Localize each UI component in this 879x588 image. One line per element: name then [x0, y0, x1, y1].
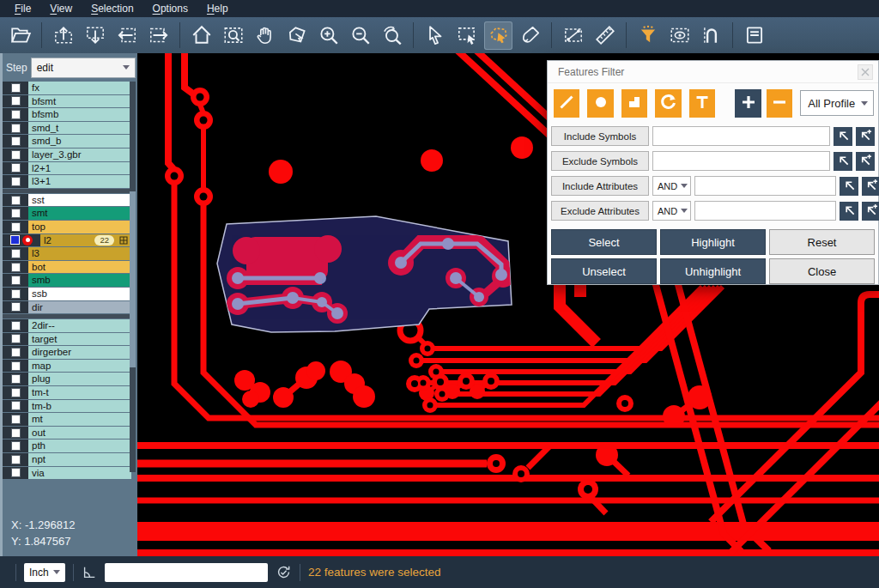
layer-row-l2[interactable]: l222	[3, 234, 131, 247]
pan-right-button[interactable]	[144, 21, 173, 50]
layer-visibility-checkbox[interactable]	[11, 388, 21, 397]
layer-visibility-checkbox[interactable]	[11, 401, 21, 410]
layer-name-cell[interactable]: mt	[28, 413, 131, 426]
measure-distance-button[interactable]	[559, 21, 587, 50]
layer-row-l3[interactable]: l3	[3, 247, 131, 260]
filter-surface-button[interactable]	[621, 89, 647, 118]
layer-row-smd-b[interactable]: smd_b	[3, 135, 131, 148]
include-symbols-input[interactable]	[652, 126, 830, 146]
close-icon[interactable]	[858, 64, 873, 80]
include-attributes-button[interactable]: Include Attributes	[551, 176, 649, 196]
layer-name-cell[interactable]: bfsmb	[28, 108, 131, 121]
menu-selection[interactable]: Selection	[82, 1, 142, 17]
layer-row-target[interactable]: target	[3, 333, 131, 346]
include-attributes-input[interactable]	[694, 176, 836, 196]
zoom-window-button[interactable]	[219, 21, 247, 50]
layer-name-cell[interactable]: l3+1	[28, 175, 131, 188]
close-button[interactable]: Close	[769, 258, 875, 284]
features-filter-button[interactable]	[633, 21, 662, 50]
layer-visibility-checkbox[interactable]	[11, 441, 21, 451]
zoom-polygon-button[interactable]	[282, 21, 311, 50]
layer-visibility-checkbox[interactable]	[11, 96, 21, 106]
layer-row-via[interactable]: via	[3, 467, 131, 480]
layer-name-cell[interactable]: plug	[28, 373, 131, 385]
layer-row-map[interactable]: map	[3, 360, 131, 373]
filter-line-button[interactable]	[554, 89, 579, 118]
filter-minus-button[interactable]	[767, 89, 792, 118]
zoom-previous-button[interactable]	[378, 21, 406, 50]
grid-icon[interactable]	[119, 236, 128, 245]
layer-row-bfsmb[interactable]: bfsmb	[3, 108, 131, 121]
layer-row-npt[interactable]: npt	[3, 453, 131, 466]
layer-name-cell[interactable]: npt	[28, 453, 131, 466]
layer-visibility-checkbox[interactable]	[11, 374, 21, 384]
layer-row-smb[interactable]: smb	[3, 274, 131, 287]
selection-polygon[interactable]	[217, 216, 514, 332]
step-select[interactable]: edit	[31, 58, 136, 78]
layer-row-fx[interactable]: fx	[3, 82, 131, 94]
exclude-symbols-input[interactable]	[652, 151, 830, 171]
layer-row-dir[interactable]: dir	[3, 301, 131, 314]
layer-name-cell[interactable]: l3	[28, 247, 131, 260]
layer-name-cell[interactable]: l222	[40, 234, 131, 247]
layer-visibility-checkbox[interactable]	[11, 83, 21, 93]
layer-visibility-checkbox[interactable]	[11, 468, 21, 477]
layer-name-cell[interactable]: fx	[28, 82, 131, 94]
layer-name-cell[interactable]: ssb	[28, 288, 131, 300]
pick-add-from-canvas-button[interactable]	[862, 202, 879, 221]
layer-name-cell[interactable]: map	[28, 360, 131, 373]
pick-add-from-canvas-button[interactable]	[856, 152, 875, 171]
layer-visibility-checkbox[interactable]	[11, 348, 21, 357]
layer-visibility-checkbox[interactable]	[11, 321, 21, 330]
layer-visibility-checkbox[interactable]	[11, 289, 21, 299]
layer-name-cell[interactable]: via	[28, 467, 131, 480]
layer-visibility-checkbox[interactable]	[11, 249, 21, 258]
layer-row-l3-1[interactable]: l3+1	[3, 175, 131, 188]
dialog-titlebar[interactable]: Features Filter	[548, 61, 878, 83]
exclude-attributes-button[interactable]: Exclude Attributes	[551, 201, 649, 221]
layer-name-cell[interactable]: top	[28, 221, 131, 233]
paint-brush-button[interactable]	[516, 21, 544, 50]
layer-name-cell[interactable]: tm-t	[28, 386, 131, 399]
select-pointer-button[interactable]	[421, 21, 449, 50]
view-options-button[interactable]	[665, 21, 694, 50]
profile-select[interactable]: All Profile	[800, 90, 874, 116]
layer-row-ssb[interactable]: ssb	[3, 288, 131, 300]
layer-visibility-checkbox[interactable]	[11, 263, 21, 272]
layer-visibility-checkbox[interactable]	[11, 150, 21, 160]
layer-visibility-checkbox[interactable]	[11, 455, 21, 464]
command-input[interactable]	[105, 563, 268, 582]
open-file-button[interactable]	[6, 21, 34, 50]
layer-row-bfsmt[interactable]: bfsmt	[3, 95, 131, 108]
layer-row-l2-1[interactable]: l2+1	[3, 162, 131, 175]
layer-row-out[interactable]: out	[3, 427, 131, 439]
menu-options[interactable]: Options	[143, 1, 197, 17]
layer-visibility-checkbox[interactable]	[11, 163, 21, 173]
layer-visibility-checkbox[interactable]	[11, 136, 21, 146]
layer-name-cell[interactable]: l2+1	[28, 162, 131, 175]
layer-row-sst[interactable]: sst	[3, 194, 131, 207]
layer-row-tm-b[interactable]: tm-b	[3, 400, 131, 413]
layer-visibility-checkbox[interactable]	[10, 235, 20, 245]
layer-visibility-checkbox[interactable]	[11, 209, 21, 218]
layer-name-cell[interactable]: smd_t	[28, 122, 131, 135]
layer-name-cell[interactable]: smb	[28, 274, 131, 287]
include-symbols-button[interactable]: Include Symbols	[551, 126, 649, 146]
pan-left-button[interactable]	[112, 21, 141, 50]
and-operator-select[interactable]: AND	[652, 201, 691, 221]
layer-visibility-checkbox[interactable]	[11, 361, 21, 371]
layer-row-tm-t[interactable]: tm-t	[3, 386, 131, 399]
layer-row-smt[interactable]: smt	[3, 207, 131, 220]
select-polygon-button[interactable]	[484, 21, 512, 50]
layer-visibility-checkbox[interactable]	[11, 222, 21, 232]
unselect-button[interactable]: Unselect	[551, 258, 657, 284]
layer-visibility-checkbox[interactable]	[11, 302, 21, 312]
filter-arc-button[interactable]	[655, 89, 681, 118]
layer-row-pth[interactable]: pth	[3, 439, 131, 452]
reset-button[interactable]: Reset	[769, 229, 875, 255]
layer-visibility-checkbox[interactable]	[11, 276, 21, 285]
home-view-button[interactable]	[187, 21, 215, 50]
pick-from-canvas-button[interactable]	[840, 202, 858, 221]
scrollbar-thumb[interactable]	[130, 191, 136, 367]
layer-name-cell[interactable]: tm-b	[28, 400, 131, 413]
